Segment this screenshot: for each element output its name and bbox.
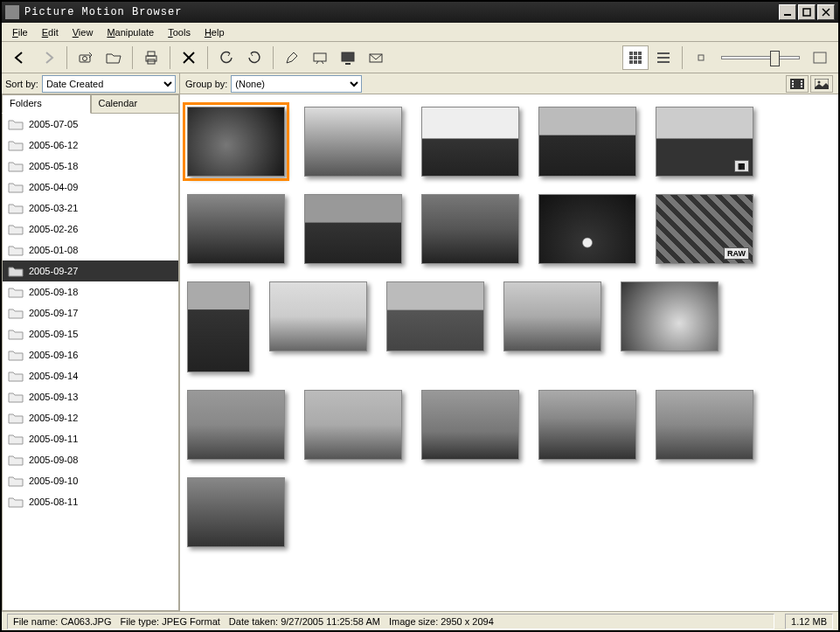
folder-icon	[8, 475, 24, 487]
thumbnail[interactable]	[386, 281, 484, 351]
group-select[interactable]: (None)	[231, 75, 362, 93]
image-icon-button[interactable]	[810, 75, 833, 93]
thumbnail[interactable]: ▦	[656, 107, 753, 177]
thumbnail[interactable]	[187, 390, 285, 460]
svg-rect-27	[698, 55, 704, 60]
minimize-button[interactable]	[779, 4, 796, 20]
slideshow-button[interactable]	[307, 45, 333, 70]
tab-calendar[interactable]: Calendar	[91, 94, 180, 114]
thumbnail[interactable]	[187, 194, 285, 264]
folder-item[interactable]: 2005-09-13	[3, 386, 178, 407]
folder-item[interactable]: 2005-09-10	[3, 470, 178, 491]
folder-icon	[8, 370, 24, 382]
thumbnail[interactable]	[187, 107, 285, 177]
rotate-right-button[interactable]	[241, 45, 267, 70]
folder-item[interactable]: 2005-09-14	[3, 365, 178, 386]
folder-item[interactable]: 2005-09-11	[3, 428, 178, 449]
folder-item[interactable]: 2005-03-21	[3, 198, 178, 219]
thumbnail[interactable]	[304, 107, 402, 177]
thumbnail[interactable]	[269, 281, 367, 351]
folder-label: 2005-08-11	[29, 497, 78, 507]
thumbnail[interactable]	[421, 390, 519, 460]
thumbnail[interactable]	[421, 194, 519, 264]
sort-select[interactable]: Date Created	[42, 75, 176, 93]
thumbnail[interactable]	[538, 107, 636, 177]
tab-folders[interactable]: Folders	[2, 94, 91, 114]
close-button[interactable]	[817, 4, 835, 20]
folder-item[interactable]: 2005-06-12	[3, 135, 178, 156]
forward-button[interactable]	[35, 45, 61, 70]
svg-rect-35	[801, 86, 802, 87]
folder-item[interactable]: 2005-09-17	[3, 302, 178, 323]
menu-file[interactable]: File	[5, 25, 35, 39]
menu-view[interactable]: View	[66, 25, 101, 39]
thumb-size-slider[interactable]	[721, 56, 800, 59]
svg-rect-7	[148, 52, 155, 56]
back-button[interactable]	[7, 45, 33, 70]
folder-item[interactable]: 2005-09-08	[3, 449, 178, 470]
thumbnail-grid[interactable]: ▦RAW	[180, 94, 838, 611]
rotate-left-button[interactable]	[213, 45, 240, 70]
menu-manipulate[interactable]: Manipulate	[100, 25, 161, 39]
maximize-button[interactable]	[798, 4, 816, 20]
thumbnail[interactable]	[538, 390, 636, 460]
folder-label: 2005-09-17	[29, 308, 78, 318]
sort-label: Sort by:	[5, 79, 38, 89]
status-file-size: 1.12 MB	[785, 614, 833, 629]
email-button[interactable]	[363, 45, 389, 70]
folder-item[interactable]: 2005-08-11	[3, 491, 178, 512]
svg-rect-33	[801, 80, 802, 82]
list-view-button[interactable]	[650, 45, 677, 70]
menu-tools[interactable]: Tools	[161, 25, 198, 39]
menu-edit[interactable]: Edit	[35, 25, 66, 39]
folder-item[interactable]: 2005-09-18	[3, 281, 178, 302]
thumbnail[interactable]	[421, 107, 519, 177]
thumbnail[interactable]	[187, 281, 250, 372]
screen-button[interactable]	[335, 45, 361, 70]
folder-label: 2005-09-14	[29, 371, 78, 381]
folder-item[interactable]: 2005-09-16	[3, 344, 178, 365]
folder-icon	[8, 328, 24, 340]
status-bar: File name: CA063.JPG File type: JPEG For…	[2, 611, 838, 630]
folder-item[interactable]: 2005-09-27	[3, 260, 178, 281]
menu-help[interactable]: Help	[198, 25, 232, 39]
folder-label: 2005-09-10	[29, 476, 78, 486]
grid-view-button[interactable]	[622, 45, 649, 70]
print-button[interactable]	[138, 45, 164, 70]
thumbnail[interactable]	[503, 281, 601, 351]
folder-item[interactable]: 2005-01-08	[3, 240, 178, 260]
group-bar: Group by: (None)	[180, 73, 838, 94]
app-icon	[5, 5, 19, 19]
filmstrip-icon-button[interactable]	[786, 75, 809, 93]
folder-item[interactable]: 2005-05-18	[3, 156, 178, 177]
folder-item[interactable]: 2005-02-26	[3, 219, 178, 240]
thumb-small-button[interactable]	[688, 45, 714, 70]
thumbnail[interactable]	[304, 390, 402, 460]
thumbnail[interactable]	[656, 390, 753, 460]
thumbnail[interactable]	[304, 194, 402, 264]
folder-item[interactable]: 2005-07-05	[3, 114, 178, 135]
delete-button[interactable]	[176, 45, 202, 70]
thumbnail[interactable]	[187, 477, 285, 547]
status-info: File name: CA063.JPG File type: JPEG For…	[7, 614, 774, 629]
sidebar-tabs: Folders Calendar	[2, 94, 179, 114]
import-button[interactable]	[73, 45, 99, 70]
folder-list[interactable]: 2005-07-052005-06-122005-05-182005-04-09…	[2, 114, 179, 611]
sort-bar: Sort by: Date Created	[2, 73, 179, 94]
folder-icon	[8, 265, 24, 277]
thumb-large-button[interactable]	[807, 45, 833, 70]
slider-thumb[interactable]	[770, 51, 780, 66]
folder-item[interactable]: 2005-09-12	[3, 407, 178, 428]
open-folder-button[interactable]	[101, 45, 127, 70]
thumbnail[interactable]: RAW	[656, 194, 753, 264]
folder-item[interactable]: 2005-04-09	[3, 177, 178, 198]
thumbnail[interactable]	[621, 281, 719, 351]
edit-button[interactable]	[279, 45, 305, 70]
svg-point-37	[818, 80, 821, 83]
content-area: Group by: (None) ▦RAW	[180, 73, 838, 611]
folder-item[interactable]: 2005-09-15	[3, 323, 178, 344]
folder-icon	[8, 454, 24, 466]
folder-label: 2005-09-15	[29, 329, 78, 339]
svg-rect-20	[638, 56, 642, 59]
thumbnail[interactable]	[538, 194, 636, 264]
